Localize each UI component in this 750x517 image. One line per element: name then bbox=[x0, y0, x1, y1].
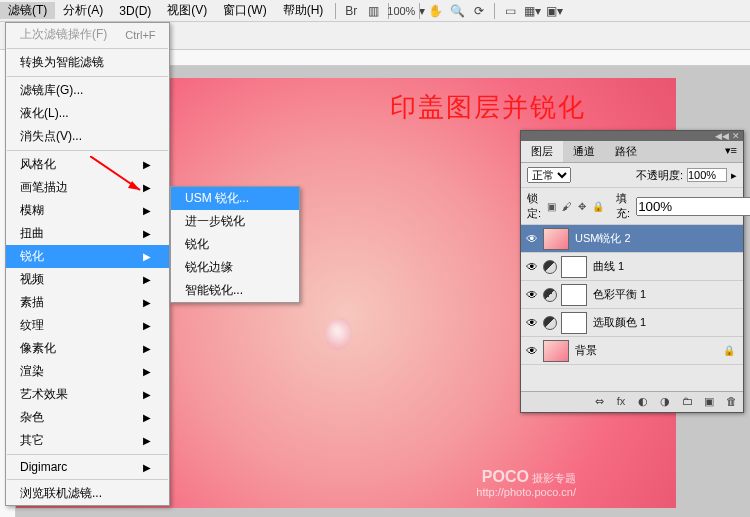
fill-input[interactable] bbox=[636, 197, 750, 216]
zoom-tool-icon[interactable]: 🔍 bbox=[447, 2, 467, 20]
menu-help[interactable]: 帮助(H) bbox=[275, 2, 332, 19]
layer-name[interactable]: 选取颜色 1 bbox=[591, 315, 739, 330]
chevron-right-icon[interactable]: ▸ bbox=[731, 169, 737, 182]
screen-mode2-icon[interactable]: ▣▾ bbox=[544, 2, 564, 20]
menu-filter[interactable]: 滤镜(T) bbox=[0, 2, 55, 19]
mask-thumbnail[interactable] bbox=[561, 284, 587, 306]
visibility-icon[interactable]: 👁 bbox=[525, 260, 539, 274]
layer-name[interactable]: 色彩平衡 1 bbox=[591, 287, 739, 302]
layer-mask-icon[interactable]: ◐ bbox=[635, 395, 651, 409]
opacity-label: 不透明度: bbox=[636, 168, 683, 183]
menu-render[interactable]: 渲染▶ bbox=[6, 360, 169, 383]
separator bbox=[419, 3, 420, 19]
layer-row[interactable]: 👁 选取颜色 1 bbox=[521, 309, 743, 337]
launch-bridge-icon[interactable]: Br bbox=[341, 2, 361, 20]
panel-tabs: 图层 通道 路径 ▾≡ bbox=[521, 141, 743, 163]
menu-brush-strokes[interactable]: 画笔描边▶ bbox=[6, 176, 169, 199]
visibility-icon[interactable]: 👁 bbox=[525, 316, 539, 330]
layers-panel: ◀◀ ✕ 图层 通道 路径 ▾≡ 正常 不透明度: ▸ 锁定: ▣ 🖌 ✥ 🔒 … bbox=[520, 130, 744, 413]
panel-menu-icon[interactable]: ▾≡ bbox=[719, 141, 743, 162]
layer-thumbnail[interactable] bbox=[543, 228, 569, 250]
blend-mode-select[interactable]: 正常 bbox=[527, 167, 571, 183]
menu-sharpen[interactable]: 锐化▶ bbox=[6, 245, 169, 268]
submenu-smart-sharpen[interactable]: 智能锐化... bbox=[171, 279, 299, 302]
panel-titlebar[interactable]: ◀◀ ✕ bbox=[521, 131, 743, 141]
divider bbox=[7, 454, 168, 455]
menu-last-filter: 上次滤镜操作(F)Ctrl+F bbox=[6, 23, 169, 46]
new-layer-icon[interactable]: ▣ bbox=[701, 395, 717, 409]
tab-paths[interactable]: 路径 bbox=[605, 141, 647, 162]
menu-digimarc[interactable]: Digimarc▶ bbox=[6, 457, 169, 477]
menu-other[interactable]: 其它▶ bbox=[6, 429, 169, 452]
menu-analysis[interactable]: 分析(A) bbox=[55, 2, 111, 19]
layer-row[interactable]: 👁 曲线 1 bbox=[521, 253, 743, 281]
lock-all-icon[interactable]: 🔒 bbox=[592, 201, 604, 212]
opacity-input[interactable] bbox=[687, 168, 727, 182]
lock-position-icon[interactable]: ✥ bbox=[578, 201, 586, 212]
menu-browse-filters[interactable]: 浏览联机滤镜... bbox=[6, 482, 169, 505]
layer-name[interactable]: 背景 bbox=[573, 343, 719, 358]
hand-tool-icon[interactable]: ✋ bbox=[425, 2, 445, 20]
link-layers-icon[interactable]: ⇔ bbox=[591, 395, 607, 409]
film-strip-icon[interactable]: ▥ bbox=[363, 2, 383, 20]
menu-view[interactable]: 视图(V) bbox=[159, 2, 215, 19]
group-icon[interactable]: 🗀 bbox=[679, 395, 695, 409]
menu-distort[interactable]: 扭曲▶ bbox=[6, 222, 169, 245]
visibility-icon[interactable]: 👁 bbox=[525, 288, 539, 302]
menu-noise[interactable]: 杂色▶ bbox=[6, 406, 169, 429]
menu-window[interactable]: 窗口(W) bbox=[215, 2, 274, 19]
menu-texture[interactable]: 纹理▶ bbox=[6, 314, 169, 337]
watermark: POCO 摄影专题 http://photo.poco.cn/ bbox=[476, 468, 576, 498]
separator bbox=[494, 3, 495, 19]
submenu-sharpen[interactable]: 锐化 bbox=[171, 233, 299, 256]
menu-stylize[interactable]: 风格化▶ bbox=[6, 153, 169, 176]
adjustment-layer-icon[interactable]: ◑ bbox=[657, 395, 673, 409]
visibility-icon[interactable]: 👁 bbox=[525, 344, 539, 358]
zoom-level[interactable]: 100%▾ bbox=[394, 2, 414, 20]
submenu-usm-sharpen[interactable]: USM 锐化... bbox=[171, 187, 299, 210]
menu-smart-filter[interactable]: 转换为智能滤镜 bbox=[6, 51, 169, 74]
filter-dropdown: 上次滤镜操作(F)Ctrl+F 转换为智能滤镜 滤镜库(G)... 液化(L).… bbox=[5, 22, 170, 506]
submenu-sharpen-edges[interactable]: 锐化边缘 bbox=[171, 256, 299, 279]
menu-video[interactable]: 视频▶ bbox=[6, 268, 169, 291]
separator bbox=[335, 3, 336, 19]
rotate-view-icon[interactable]: ⟳ bbox=[469, 2, 489, 20]
menu-filter-gallery[interactable]: 滤镜库(G)... bbox=[6, 79, 169, 102]
menu-3d[interactable]: 3D(D) bbox=[111, 4, 159, 18]
screen-mode-icon[interactable]: ▭ bbox=[500, 2, 520, 20]
divider bbox=[7, 150, 168, 151]
submenu-sharpen-more[interactable]: 进一步锐化 bbox=[171, 210, 299, 233]
tab-layers[interactable]: 图层 bbox=[521, 141, 563, 162]
menu-sketch[interactable]: 素描▶ bbox=[6, 291, 169, 314]
blend-opacity-row: 正常 不透明度: ▸ bbox=[521, 163, 743, 188]
adjustment-icon bbox=[543, 288, 557, 302]
menu-blur[interactable]: 模糊▶ bbox=[6, 199, 169, 222]
menu-liquify[interactable]: 液化(L)... bbox=[6, 102, 169, 125]
tab-channels[interactable]: 通道 bbox=[563, 141, 605, 162]
collapse-icon[interactable]: ◀◀ bbox=[715, 131, 729, 141]
layer-row[interactable]: 👁 色彩平衡 1 bbox=[521, 281, 743, 309]
adjustment-icon bbox=[543, 260, 557, 274]
lock-transparent-icon[interactable]: ▣ bbox=[547, 201, 556, 212]
menu-vanishing-point[interactable]: 消失点(V)... bbox=[6, 125, 169, 148]
panel-footer: ⇔ fx ◐ ◑ 🗀 ▣ 🗑 bbox=[521, 391, 743, 412]
lock-image-icon[interactable]: 🖌 bbox=[562, 201, 572, 212]
layer-name[interactable]: USM锐化 2 bbox=[573, 231, 739, 246]
lock-label: 锁定: bbox=[527, 191, 541, 221]
layer-row[interactable]: 👁 背景 🔒 bbox=[521, 337, 743, 365]
adjustment-icon bbox=[543, 316, 557, 330]
visibility-icon[interactable]: 👁 bbox=[525, 232, 539, 246]
mask-thumbnail[interactable] bbox=[561, 312, 587, 334]
divider bbox=[7, 479, 168, 480]
arrange-docs-icon[interactable]: ▦▾ bbox=[522, 2, 542, 20]
close-icon[interactable]: ✕ bbox=[732, 131, 740, 141]
layer-style-icon[interactable]: fx bbox=[613, 395, 629, 409]
delete-layer-icon[interactable]: 🗑 bbox=[723, 395, 739, 409]
mask-thumbnail[interactable] bbox=[561, 256, 587, 278]
menu-pixelate[interactable]: 像素化▶ bbox=[6, 337, 169, 360]
main-menubar: 滤镜(T) 分析(A) 3D(D) 视图(V) 窗口(W) 帮助(H) Br ▥… bbox=[0, 0, 750, 22]
menu-artistic[interactable]: 艺术效果▶ bbox=[6, 383, 169, 406]
layer-name[interactable]: 曲线 1 bbox=[591, 259, 739, 274]
layer-row[interactable]: 👁 USM锐化 2 bbox=[521, 225, 743, 253]
layer-thumbnail[interactable] bbox=[543, 340, 569, 362]
